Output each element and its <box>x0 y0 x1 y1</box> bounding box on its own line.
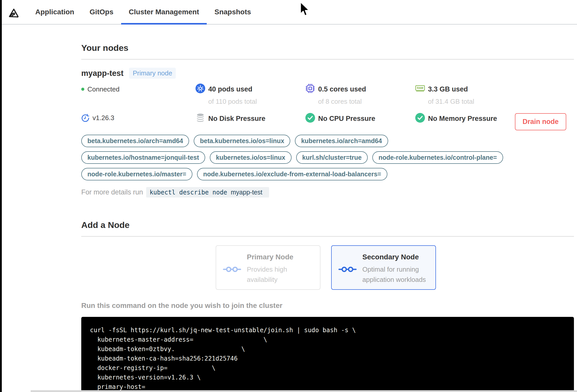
join-command-block[interactable]: curl -fsSL https://kurl.sh/jq-new-test-u… <box>81 317 574 392</box>
tab-gitops-label: GitOps <box>89 8 113 16</box>
cpu-pressure: No CPU Pressure <box>305 114 415 123</box>
disk-icon <box>195 113 205 123</box>
details-line: For more details run kubectl describe no… <box>81 187 574 198</box>
node-labels: beta.kubernetes.io/arch=amd64 beta.kuber… <box>81 135 516 180</box>
node-label-pill: beta.kubernetes.io/arch=amd64 <box>81 135 189 147</box>
tab-gitops[interactable]: GitOps <box>82 0 121 24</box>
disk-pressure: No Disk Pressure <box>195 114 305 123</box>
version-icon <box>81 114 89 122</box>
command-line: kubeadm-token=0ztbvy. \ <box>90 344 566 354</box>
svg-text:RAM: RAM <box>417 86 423 89</box>
check-circle-icon <box>305 113 315 123</box>
node-label-pill: kubernetes.io/os=linux <box>210 151 292 164</box>
memory-used-label: 3.3 GB used <box>428 84 468 94</box>
your-nodes-title: Your nodes <box>81 43 574 53</box>
node-version-label: v1.26.3 <box>93 114 114 122</box>
nodes-icon <box>338 257 357 282</box>
node-version: v1.26.3 <box>81 114 195 122</box>
describe-command-node: myapp-test <box>231 189 262 196</box>
pods-total-label: of 110 pods total <box>208 98 305 106</box>
cores-used-label: 0.5 cores used <box>318 84 366 94</box>
tab-cluster-management[interactable]: Cluster Management <box>121 0 207 24</box>
tab-snapshots[interactable]: Snapshots <box>207 0 259 24</box>
node-label-pill: node-role.kubernetes.io/control-plane= <box>372 151 503 164</box>
primary-node-badge: Primary node <box>129 68 176 79</box>
nav-tabs: Application GitOps Cluster Management Sn… <box>28 0 259 24</box>
ram-icon: RAM <box>415 84 425 93</box>
cpu-icon <box>305 84 315 93</box>
kubernetes-pods-icon <box>195 84 205 93</box>
cpu-pressure-label: No CPU Pressure <box>318 114 375 123</box>
nodes-icon <box>223 257 241 282</box>
command-line: docker-registry-ip= \ <box>90 363 566 373</box>
add-node-title: Add a Node <box>81 220 574 230</box>
command-line: curl -fsSL https://kurl.sh/jq-new-test-u… <box>90 326 566 335</box>
command-line: kubernetes-version=v1.26.3 \ <box>90 373 566 382</box>
tab-application[interactable]: Application <box>28 0 82 24</box>
main-content: Your nodes myapp-test Primary node Conne… <box>81 25 574 392</box>
node-status: Connected <box>81 84 195 94</box>
node-label-pill: node-role.kubernetes.io/master= <box>81 168 192 180</box>
drain-node-button[interactable]: Drain node <box>515 113 566 130</box>
section-divider <box>81 59 574 60</box>
cores-total-label: of 8 cores total <box>318 98 415 106</box>
top-nav: Application GitOps Cluster Management Sn… <box>0 0 577 25</box>
node-status-label: Connected <box>87 84 120 94</box>
pods-used-label: 40 pods used <box>208 84 252 94</box>
pods-stat: 40 pods used <box>195 84 305 94</box>
window-left-edge <box>0 0 2 392</box>
disk-pressure-label: No Disk Pressure <box>208 114 266 123</box>
connected-dot-icon <box>81 88 84 91</box>
node-label-pill: kubernetes.io/arch=amd64 <box>295 135 388 147</box>
details-prefix: For more details run <box>81 188 143 196</box>
primary-node-option-title: Primary Node <box>247 253 313 261</box>
app-logo-icon <box>7 7 19 19</box>
memory-pressure-label: No Memory Pressure <box>428 114 497 123</box>
node-card: myapp-test Primary node Connected <box>81 68 574 198</box>
tab-application-label: Application <box>35 8 74 16</box>
window-bottom-edge <box>31 390 577 392</box>
describe-command-chip: kubectl describe node myapp-test <box>146 187 269 198</box>
node-label-pill: kurl.sh/cluster=true <box>296 151 368 164</box>
memory-total-label: of 31.4 GB total <box>428 98 574 106</box>
check-circle-icon <box>415 113 425 123</box>
tab-snapshots-label: Snapshots <box>214 8 251 16</box>
node-label-pill: node.kubernetes.io/exclude-from-external… <box>197 168 387 180</box>
cores-stat: 0.5 cores used <box>305 84 415 94</box>
command-line: kubernetes-master-address= \ <box>90 335 566 344</box>
secondary-node-option-desc: Optimal for running application workload… <box>362 264 429 285</box>
primary-node-option-desc: Provides high availability <box>247 264 313 285</box>
node-label-pill: beta.kubernetes.io/os=linux <box>194 135 290 147</box>
primary-node-option[interactable]: Primary Node Provides high availability <box>216 245 320 290</box>
describe-command: kubectl describe node <box>150 189 227 196</box>
node-name: myapp-test <box>81 69 123 78</box>
secondary-node-option[interactable]: Secondary Node Optimal for running appli… <box>331 245 436 290</box>
command-line: kubeadm-token-ca-hash=sha256:221d25746 <box>90 354 566 363</box>
memory-stat: RAM 3.3 GB used <box>415 84 574 94</box>
join-instruction: Run this command on the node you wish to… <box>81 302 574 310</box>
tab-cluster-management-label: Cluster Management <box>129 8 199 16</box>
section-divider <box>81 236 574 237</box>
node-label-pill: kubernetes.io/hostname=jonquil-test <box>81 151 205 164</box>
node-type-options: Primary Node Provides high availability … <box>216 245 574 290</box>
secondary-node-option-title: Secondary Node <box>362 253 429 261</box>
